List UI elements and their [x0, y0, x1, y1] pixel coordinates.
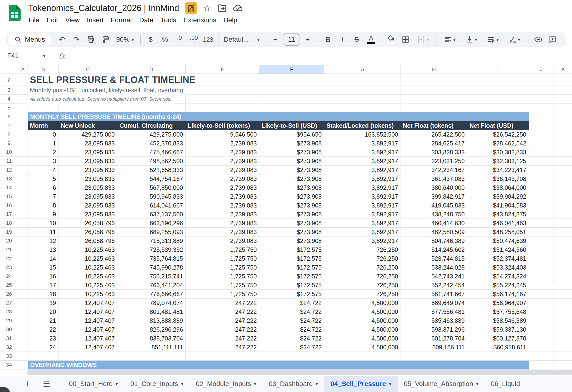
cell-E13[interactable]: 2,739,083: [186, 174, 259, 183]
cell-J27[interactable]: [529, 298, 554, 307]
cell-G13[interactable]: 3,892,917: [324, 174, 401, 183]
cell-B28[interactable]: 20: [28, 307, 59, 316]
cell-D5[interactable]: [117, 103, 186, 112]
cell-C33[interactable]: [59, 352, 117, 361]
cell-G32[interactable]: 4,500,000: [324, 343, 401, 352]
cell-I2[interactable]: [467, 74, 529, 86]
cell-D18[interactable]: 663,196,296: [117, 219, 186, 228]
cell-H19[interactable]: 482,580,509: [401, 228, 467, 236]
cell-H5[interactable]: [401, 103, 467, 112]
cell-A19[interactable]: [18, 228, 28, 236]
cell-B32[interactable]: 24: [28, 343, 59, 352]
cell-G15[interactable]: 3,892,917: [324, 192, 401, 201]
cell-E33[interactable]: [186, 352, 259, 361]
more-formats-button[interactable]: 123: [201, 33, 215, 46]
star-icon[interactable]: ☆: [203, 4, 211, 13]
table-header-month[interactable]: Month: [28, 121, 59, 130]
row-header-8[interactable]: 8: [0, 130, 18, 139]
cell-K4[interactable]: [554, 95, 572, 103]
cell-A3[interactable]: [18, 86, 28, 95]
cell-K28[interactable]: [554, 307, 572, 316]
cell-I33[interactable]: [467, 352, 529, 361]
row-header-15[interactable]: 15: [0, 192, 18, 201]
cell-H14[interactable]: 380,640,000: [401, 183, 467, 192]
cell-D30[interactable]: 826,296,296: [117, 325, 186, 334]
cell-F20[interactable]: $273,908: [259, 236, 324, 245]
cell-F32[interactable]: $24,722: [259, 343, 324, 352]
cell-H16[interactable]: 419,045,833: [401, 201, 467, 210]
add-sheet-button[interactable]: +: [21, 377, 34, 391]
chevron-down-icon[interactable]: ▾: [389, 381, 391, 387]
cell-G8[interactable]: 163,852,500: [324, 130, 401, 139]
cell-F5[interactable]: [259, 103, 324, 112]
row-header-21[interactable]: 21: [0, 245, 18, 254]
cell-D33[interactable]: [117, 352, 186, 361]
cell-B18[interactable]: 10: [28, 219, 59, 228]
cell-E32[interactable]: 247,222: [186, 343, 259, 352]
cell-G3[interactable]: [324, 86, 401, 95]
cell-E23[interactable]: 1,725,750: [186, 263, 259, 272]
increase-decimals-button[interactable]: .00→: [187, 33, 201, 46]
cell-A32[interactable]: [18, 343, 28, 352]
cell-H25[interactable]: 552,242,454: [401, 281, 467, 290]
cell-H9[interactable]: 284,625,417: [401, 139, 467, 148]
cell-F24[interactable]: $172,575: [259, 272, 324, 281]
chevron-down-icon[interactable]: ▾: [254, 381, 256, 387]
cell-B21[interactable]: 13: [28, 245, 59, 254]
row-header-26[interactable]: 26: [0, 290, 18, 298]
row-header-34[interactable]: 34: [0, 361, 18, 370]
sheet-tab-02_module_inputs[interactable]: 02_Module_Inputs▾: [190, 376, 262, 392]
formula-input[interactable]: [65, 48, 572, 64]
cell-G19[interactable]: 3,892,917: [324, 228, 401, 236]
cell-J13[interactable]: [529, 174, 554, 183]
cell-K24[interactable]: [554, 272, 572, 281]
column-header-D[interactable]: D: [117, 65, 186, 74]
cell-E16[interactable]: 2,739,083: [186, 201, 259, 210]
cell-H11[interactable]: 323,031,250: [401, 157, 467, 165]
cell-A18[interactable]: [18, 219, 28, 228]
cell-A15[interactable]: [18, 192, 28, 201]
cell-H32[interactable]: 609,186,111: [401, 343, 467, 352]
bold-button[interactable]: B: [321, 33, 335, 46]
cell-D22[interactable]: 735,764,815: [117, 254, 186, 263]
cell-H20[interactable]: 504,746,389: [401, 236, 467, 245]
cell-G18[interactable]: 3,892,917: [324, 219, 401, 228]
strikethrough-button[interactable]: S: [350, 33, 364, 46]
cell-C19[interactable]: 26,058,796: [59, 228, 117, 236]
row-header-32[interactable]: 32: [0, 343, 18, 352]
row-header-20[interactable]: 20: [0, 236, 18, 245]
cell-B29[interactable]: 21: [28, 316, 59, 325]
cell-G25[interactable]: 726,250: [324, 281, 401, 290]
cell-F8[interactable]: $954,650: [259, 130, 324, 139]
fill-color-button[interactable]: [384, 33, 398, 46]
cell-G10[interactable]: 3,892,917: [324, 148, 401, 157]
row-header-17[interactable]: 17: [0, 210, 18, 219]
cell-C27[interactable]: 12,407,407: [59, 298, 117, 307]
cell-D31[interactable]: 838,703,704: [117, 334, 186, 343]
insert-link-button[interactable]: [531, 33, 545, 46]
cell-F27[interactable]: $24,722: [259, 298, 324, 307]
cell-E3[interactable]: [186, 86, 259, 95]
cell-E10[interactable]: 2,739,083: [186, 148, 259, 157]
column-header-G[interactable]: G: [324, 65, 401, 74]
cell-H4[interactable]: [401, 95, 467, 103]
cell-C23[interactable]: 10,225,463: [59, 263, 117, 272]
cell-D11[interactable]: 498,562,500: [117, 157, 186, 165]
cell-B9[interactable]: 1: [28, 139, 59, 148]
row-header-27[interactable]: 27: [0, 298, 18, 307]
sheet-title[interactable]: SELL PRESSURE & FLOAT TIMELINE: [28, 74, 198, 86]
cell-A7[interactable]: [18, 121, 28, 130]
cell-K6[interactable]: [554, 112, 572, 121]
cell-F29[interactable]: $24,722: [259, 316, 324, 325]
column-header-B[interactable]: B: [28, 65, 59, 74]
row-header-14[interactable]: 14: [0, 183, 18, 192]
row-header-16[interactable]: 16: [0, 201, 18, 210]
cell-G11[interactable]: 3,892,917: [324, 157, 401, 165]
cell-J34[interactable]: [529, 361, 554, 370]
cell-K23[interactable]: [554, 263, 572, 272]
cell-H8[interactable]: 265,422,500: [401, 130, 467, 139]
sheet-tab-05_volume_absorption[interactable]: 05_Volume_Absorption▾: [398, 376, 485, 392]
cell-H27[interactable]: 569,649,074: [401, 298, 467, 307]
cell-E4[interactable]: [186, 95, 259, 103]
cell-F4[interactable]: [259, 95, 324, 103]
